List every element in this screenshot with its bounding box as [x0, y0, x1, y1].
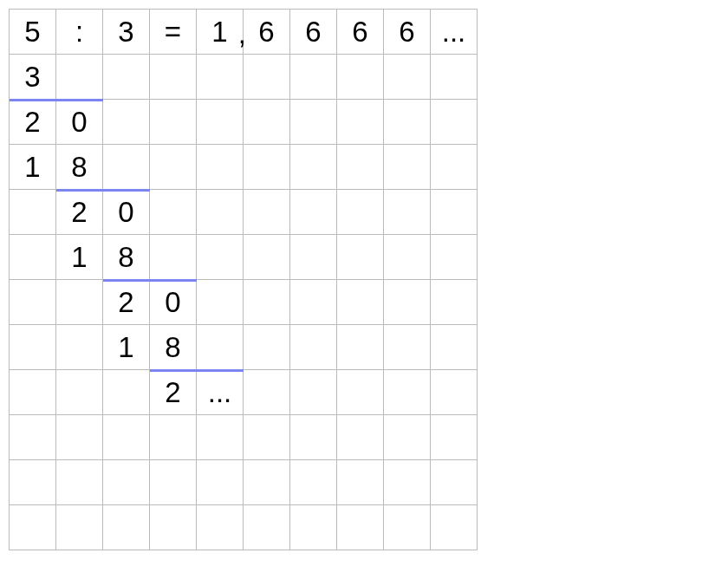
- cell: 6: [244, 10, 290, 55]
- cell: [290, 145, 337, 190]
- cell: [197, 415, 244, 460]
- cell: [56, 505, 103, 550]
- cell: [150, 460, 197, 505]
- quotient-digit: 1: [211, 16, 227, 49]
- cell: [150, 505, 197, 550]
- cell: [290, 190, 337, 235]
- grid-row: 1 8: [10, 145, 478, 190]
- cell: 0: [103, 190, 150, 235]
- grid-row: [10, 505, 478, 550]
- cell: [384, 325, 431, 370]
- cell: [150, 190, 197, 235]
- cell: [10, 280, 56, 325]
- subtraction-line-3: [103, 279, 197, 282]
- cell: 1: [56, 235, 103, 280]
- cell: 3: [103, 10, 150, 55]
- cell: [337, 145, 384, 190]
- grid-row: 1 8: [10, 325, 478, 370]
- cell: [10, 460, 56, 505]
- cell: 0: [56, 100, 103, 145]
- cell: [103, 145, 150, 190]
- cell: [431, 145, 478, 190]
- cell: [150, 235, 197, 280]
- cell: ...: [197, 370, 244, 415]
- grid-row: [10, 415, 478, 460]
- cell: [384, 100, 431, 145]
- cell: [431, 325, 478, 370]
- cell: [244, 55, 290, 100]
- cell: [150, 100, 197, 145]
- cell: [384, 415, 431, 460]
- cell: [384, 55, 431, 100]
- cell: [244, 235, 290, 280]
- grid-row: 1 8: [10, 235, 478, 280]
- cell: [56, 370, 103, 415]
- cell: [244, 145, 290, 190]
- subtraction-line-4: [150, 369, 244, 372]
- cell: [431, 505, 478, 550]
- cell: [103, 460, 150, 505]
- cell: 1 ,: [197, 10, 244, 55]
- cell: [290, 235, 337, 280]
- cell: [290, 460, 337, 505]
- cell: [244, 325, 290, 370]
- grid-row: 2 0: [10, 280, 478, 325]
- cell: [244, 280, 290, 325]
- cell: [103, 55, 150, 100]
- cell: [244, 415, 290, 460]
- cell: [150, 415, 197, 460]
- cell: [431, 190, 478, 235]
- cell: 6: [290, 10, 337, 55]
- cell: [197, 235, 244, 280]
- cell: [197, 190, 244, 235]
- cell: [337, 235, 384, 280]
- grid-row: [10, 460, 478, 505]
- cell: [197, 505, 244, 550]
- cell: [10, 235, 56, 280]
- cell: [197, 460, 244, 505]
- cell: [103, 370, 150, 415]
- cell: 2: [56, 190, 103, 235]
- cell: [431, 55, 478, 100]
- cell: [337, 100, 384, 145]
- cell: [10, 190, 56, 235]
- cell: [244, 505, 290, 550]
- cell: [150, 55, 197, 100]
- cell: [56, 55, 103, 100]
- cell: ...: [431, 10, 478, 55]
- cell: [384, 190, 431, 235]
- cell: [244, 190, 290, 235]
- cell: 0: [150, 280, 197, 325]
- cell: [150, 145, 197, 190]
- cell: [384, 505, 431, 550]
- cell: [10, 505, 56, 550]
- grid-table: 5 : 3 = 1 , 6 6 6 6 ... 3: [9, 9, 478, 550]
- cell: 3: [10, 55, 56, 100]
- cell: [337, 460, 384, 505]
- cell: [56, 325, 103, 370]
- cell: [337, 55, 384, 100]
- cell: [103, 100, 150, 145]
- cell: [431, 100, 478, 145]
- cell: [10, 325, 56, 370]
- cell: 8: [56, 145, 103, 190]
- cell: [244, 370, 290, 415]
- cell: [290, 100, 337, 145]
- cell: 2: [150, 370, 197, 415]
- subtraction-line-1: [10, 99, 103, 101]
- cell: [431, 460, 478, 505]
- subtraction-line-2: [56, 189, 150, 192]
- cell: [197, 145, 244, 190]
- cell: [431, 235, 478, 280]
- cell: [337, 190, 384, 235]
- cell: [337, 325, 384, 370]
- cell: [337, 370, 384, 415]
- cell: [244, 460, 290, 505]
- cell: [10, 370, 56, 415]
- grid-row: 2 ...: [10, 370, 478, 415]
- cell: [290, 370, 337, 415]
- cell: [197, 325, 244, 370]
- cell: [290, 415, 337, 460]
- cell: 6: [337, 10, 384, 55]
- long-division-sheet: 5 : 3 = 1 , 6 6 6 6 ... 3: [9, 9, 478, 550]
